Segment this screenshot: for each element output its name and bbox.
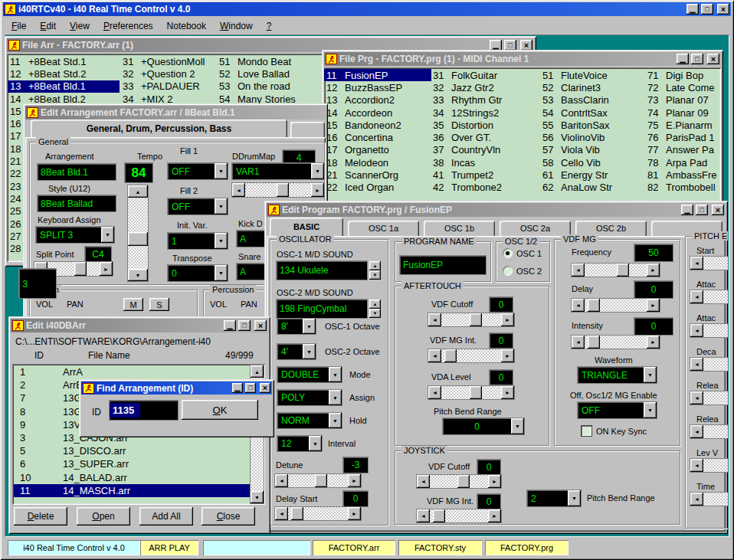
scroll-right-icon[interactable]: ► bbox=[501, 349, 514, 362]
dropdown-arrow-icon[interactable]: ▼ bbox=[329, 367, 342, 382]
program-list-item[interactable]: 21ScannerOrg bbox=[324, 169, 431, 181]
minimize-icon[interactable]: ▁ bbox=[224, 320, 236, 331]
program-list-item[interactable]: 37CountryVln bbox=[431, 144, 540, 156]
find-dialog-titlebar[interactable]: Find Arrangement (ID) ▁ □ × bbox=[81, 382, 272, 395]
program-list-item[interactable]: 12BuzzBassEP bbox=[324, 81, 431, 93]
program-list-item[interactable]: 35Distortion bbox=[431, 119, 540, 131]
db-list-item[interactable]: 513_DISCO.arr bbox=[14, 444, 250, 457]
scroll-left-icon[interactable]: ◄ bbox=[275, 474, 288, 487]
dropdown-arrow-icon[interactable]: ▼ bbox=[101, 227, 114, 243]
maximize-icon[interactable]: □ bbox=[504, 40, 516, 51]
joy-vdf-cutoff-scrollbar[interactable]: ◄► bbox=[417, 475, 501, 488]
scroll-down-icon[interactable]: ▼ bbox=[251, 491, 264, 503]
osc2-sound-spinner[interactable]: ▲▼ bbox=[369, 300, 381, 318]
scroll-left-icon[interactable]: ◄ bbox=[690, 257, 703, 270]
osc2-radio[interactable] bbox=[503, 266, 513, 276]
program-list-item[interactable]: 71Digi Bop bbox=[645, 69, 721, 81]
close-icon[interactable]: × bbox=[520, 40, 532, 51]
scroll-thumb[interactable] bbox=[588, 299, 600, 312]
menu-window[interactable]: Window bbox=[213, 19, 260, 33]
scroll-down-icon[interactable]: ▼ bbox=[128, 269, 148, 281]
scroll-up-icon[interactable]: ▲ bbox=[251, 365, 264, 378]
pitch-eg-param-scrollbar[interactable]: ◄ bbox=[690, 290, 728, 303]
scroll-thumb[interactable] bbox=[315, 474, 327, 487]
file-prg-titlebar[interactable]: File Prg - FACTORY.prg (1) - MIDI Channe… bbox=[324, 52, 721, 66]
scroll-left-icon[interactable]: ◄ bbox=[232, 183, 245, 197]
tab[interactable]: OSC 2a bbox=[500, 221, 571, 236]
find-id-input[interactable]: 1135 bbox=[110, 401, 178, 420]
scroll-thumb[interactable] bbox=[74, 262, 87, 276]
program-list-item[interactable]: 31FolkGuitar bbox=[431, 69, 540, 81]
close-icon[interactable]: × bbox=[717, 4, 729, 15]
key-sync-checkbox[interactable] bbox=[582, 426, 591, 436]
scroll-left-icon[interactable]: ◄ bbox=[572, 264, 585, 277]
program-list-item[interactable]: 52Clarinet3 bbox=[540, 81, 644, 93]
program-list-item[interactable]: 74Planar 09 bbox=[645, 106, 721, 119]
osc1-octave-combo[interactable]: 8'▼ bbox=[277, 319, 316, 334]
program-list-item[interactable]: 15Bandoneon2 bbox=[324, 119, 431, 131]
init-var-combo[interactable]: 1▼ bbox=[168, 233, 228, 249]
menu-help[interactable]: ? bbox=[260, 19, 279, 33]
vdfmg-delay-scrollbar[interactable]: ◄► bbox=[572, 299, 660, 312]
scroll-up-icon[interactable]: ▲ bbox=[128, 185, 148, 198]
minimize-icon[interactable]: ▁ bbox=[490, 40, 502, 51]
drum-solo-button[interactable]: S bbox=[149, 298, 169, 311]
program-list-item[interactable]: 61Energy Str bbox=[540, 169, 644, 181]
scroll-left-icon[interactable]: ◄ bbox=[690, 358, 703, 371]
ddrummap-combo[interactable]: VAR1▼ bbox=[232, 163, 324, 179]
arrangement-list-item[interactable]: 13+8Beat Bld.1 bbox=[8, 80, 120, 93]
program-list-item[interactable]: 62AnaLow Str bbox=[540, 182, 644, 194]
menu-edit[interactable]: Edit bbox=[33, 19, 63, 33]
dropdown-arrow-icon[interactable]: ▼ bbox=[215, 265, 228, 281]
db-list-item[interactable]: 1114_MASCH.arr bbox=[14, 484, 250, 497]
at-vdf-cutoff-scrollbar[interactable]: ◄► bbox=[428, 313, 514, 326]
scroll-left-icon[interactable]: ◄ bbox=[690, 493, 703, 506]
scroll-right-icon[interactable]: ► bbox=[647, 336, 660, 349]
at-vdf-mg-scrollbar[interactable]: ◄► bbox=[428, 349, 514, 362]
scroll-left-icon[interactable]: ◄ bbox=[572, 299, 585, 312]
osc1-radio[interactable] bbox=[503, 248, 513, 258]
program-list-item[interactable]: 58Cello Vib bbox=[540, 156, 644, 169]
program-list-item[interactable]: 14Accordeon bbox=[324, 106, 431, 119]
program-list-item[interactable]: 76ParisPad 1 bbox=[645, 131, 721, 143]
arrangement-list-item[interactable]: 51Mondo Beat bbox=[217, 55, 332, 67]
ddrummap-scrollbar[interactable]: ◄► bbox=[232, 183, 324, 197]
dropdown-arrow-icon[interactable]: ▼ bbox=[329, 413, 342, 428]
arrangement-list-item[interactable]: 12+8Beat Std.2 bbox=[8, 67, 120, 80]
transpose-combo[interactable]: 0▼ bbox=[168, 265, 228, 281]
scroll-left-icon[interactable]: ◄ bbox=[417, 509, 430, 522]
scroll-left-icon[interactable]: ◄ bbox=[690, 459, 703, 472]
program-list-item[interactable]: 75E.Pianarm bbox=[645, 119, 721, 131]
menu-file[interactable]: File bbox=[5, 19, 33, 33]
minimize-icon[interactable]: ▁ bbox=[681, 205, 693, 215]
arrangement-list-item[interactable]: 33+PALDAUER bbox=[120, 80, 217, 93]
db-list-item[interactable]: 1ArrA bbox=[14, 365, 250, 378]
program-list-item[interactable]: 41Trumpet2 bbox=[431, 169, 540, 181]
scroll-thumb[interactable] bbox=[277, 183, 289, 197]
program-list-item[interactable]: 18Melodeon bbox=[324, 156, 431, 169]
scroll-left-icon[interactable]: ◄ bbox=[690, 391, 703, 404]
frequency-scrollbar[interactable]: ◄► bbox=[572, 264, 660, 277]
minimize-icon[interactable]: ▁ bbox=[677, 54, 689, 64]
program-list-item[interactable]: 73Planar 07 bbox=[645, 94, 721, 106]
scroll-thumb[interactable] bbox=[457, 475, 470, 488]
program-list-item[interactable]: 22Iced Organ bbox=[324, 182, 431, 194]
joy-pitch-bend-combo[interactable]: 2▼ bbox=[527, 490, 581, 506]
scroll-left-icon[interactable]: ◄ bbox=[428, 313, 441, 326]
scroll-left-icon[interactable]: ◄ bbox=[690, 425, 703, 438]
minimize-icon[interactable]: ▁ bbox=[686, 4, 699, 15]
interval-combo[interactable]: 12▼ bbox=[277, 436, 322, 451]
pitch-eg-param-scrollbar[interactable]: ◄ bbox=[690, 257, 728, 270]
dropdown-arrow-icon[interactable]: ▼ bbox=[311, 163, 324, 179]
tab-general-drum-percussion-bass[interactable]: General, Drum, Percussion, Bass bbox=[31, 120, 287, 138]
scroll-right-icon[interactable]: ► bbox=[501, 313, 514, 326]
dropdown-arrow-icon[interactable]: ▼ bbox=[215, 163, 228, 179]
scroll-left-icon[interactable]: ◄ bbox=[690, 324, 703, 337]
fill2-combo[interactable]: OFF▼ bbox=[168, 198, 228, 215]
osc2-octave-combo[interactable]: 4'▼ bbox=[277, 344, 316, 359]
menu-notebook[interactable]: Notebook bbox=[160, 19, 213, 33]
keyboard-assign-combo[interactable]: SPLIT 3▼ bbox=[36, 227, 114, 243]
dropdown-arrow-icon[interactable]: ▼ bbox=[303, 344, 316, 359]
dropdown-arrow-icon[interactable]: ▼ bbox=[644, 402, 657, 418]
scroll-right-icon[interactable]: ► bbox=[647, 264, 660, 277]
